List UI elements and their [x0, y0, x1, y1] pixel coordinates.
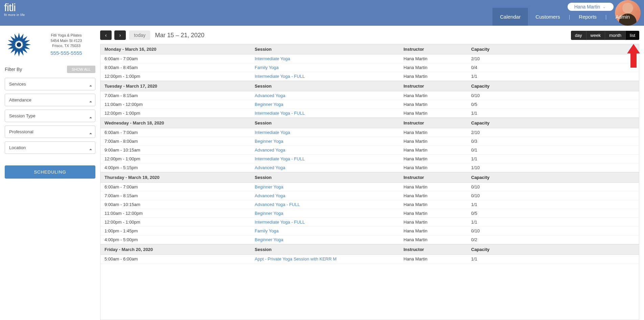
schedule-row: 11:00am - 12:00pmBeginner YogaHana Marti… [100, 209, 639, 218]
session-link[interactable]: Intermediate Yoga [255, 56, 290, 61]
view-month-button[interactable]: month [605, 31, 625, 40]
session-link[interactable]: Advanced Yoga [255, 147, 285, 153]
session-link[interactable]: Intermediate Yoga [255, 130, 290, 135]
schedule-row: 6:00am - 7:00amBeginner YogaHana Martin0… [100, 183, 639, 191]
session-link[interactable]: Family Yoga [255, 65, 279, 70]
view-week-button[interactable]: week [586, 31, 605, 40]
attendance-select[interactable]: Attendance [5, 94, 95, 106]
day-label: Wednesday - March 18, 2020 [105, 120, 255, 125]
schedule-row: 7:00am - 8:15amAdvanced YogaHana Martin0… [100, 91, 639, 100]
today-button[interactable]: today [129, 30, 150, 40]
session-link[interactable]: Beginner Yoga [255, 211, 283, 216]
header-session: Session [255, 175, 404, 180]
row-instructor: Hana Martin [404, 102, 471, 107]
row-capacity: 0/10 [471, 228, 635, 233]
header-capacity: Capacity [471, 47, 635, 52]
schedule-row: 12:00pm - 1:00pmIntermediate Yoga - FULL… [100, 218, 639, 227]
row-capacity: 0/10 [471, 193, 635, 198]
session-link[interactable]: Beginner Yoga [255, 139, 283, 144]
scheduling-button[interactable]: SCHEDULING [5, 165, 95, 179]
row-instructor: Hana Martin [404, 74, 471, 79]
row-time: 8:00am - 8:45am [105, 65, 255, 70]
row-instructor: Hana Martin [404, 139, 471, 144]
session-link[interactable]: Beginner Yoga [255, 237, 283, 242]
day-header: Monday - March 16, 2020SessionInstructor… [100, 44, 639, 54]
nav-separator: | [604, 14, 608, 20]
nav-reports[interactable]: Reports [571, 8, 604, 26]
row-capacity: 1/1 [471, 156, 635, 161]
main-content: ‹ › today Mar 15 – 21, 2020 day week mon… [100, 30, 639, 320]
day-label: Thursday - March 19, 2020 [105, 175, 255, 180]
row-instructor: Hana Martin [404, 220, 471, 225]
row-time: 12:00pm - 1:00pm [105, 74, 255, 79]
svg-point-0 [17, 42, 21, 47]
row-instructor: Hana Martin [404, 156, 471, 161]
schedule-list[interactable]: Monday - March 16, 2020SessionInstructor… [100, 44, 639, 320]
brand-logo[interactable]: fitli fit more in life [4, 3, 25, 17]
session-link[interactable]: Beginner Yoga [255, 102, 283, 107]
location-select[interactable]: Location [5, 141, 95, 154]
nav-customers[interactable]: Customers [528, 8, 568, 26]
business-phone[interactable]: 555-555-5555 [37, 49, 95, 56]
brand-tagline: fit more in life [4, 13, 25, 17]
session-link[interactable]: Intermediate Yoga - FULL [255, 156, 305, 161]
nav-calendar[interactable]: Calendar [492, 8, 528, 26]
row-time: 12:00pm - 1:00pm [105, 111, 255, 116]
row-time: 7:00am - 8:15am [105, 193, 255, 198]
session-link[interactable]: Advanced Yoga - FULL [255, 202, 300, 207]
session-link[interactable]: Advanced Yoga [255, 165, 285, 170]
filter-by-label: Filter By [5, 67, 22, 72]
row-time: 12:00pm - 1:00pm [105, 220, 255, 225]
header-capacity: Capacity [471, 120, 635, 125]
row-capacity: 0/2 [471, 237, 635, 242]
row-instructor: Hana Martin [404, 147, 471, 153]
schedule-row: 7:00am - 8:00amBeginner YogaHana Martin0… [100, 137, 639, 146]
schedule-row: 12:00pm - 1:00pmIntermediate Yoga - FULL… [100, 155, 639, 163]
schedule-row: 1:00pm - 1:45pmFamily YogaHana Martin0/1… [100, 227, 639, 235]
row-instructor: Hana Martin [404, 111, 471, 116]
business-logo[interactable] [5, 30, 33, 59]
row-capacity: 0/1 [471, 147, 635, 153]
view-day-button[interactable]: day [571, 31, 586, 40]
session-link[interactable]: Intermediate Yoga - FULL [255, 111, 305, 116]
header-session: Session [255, 247, 404, 252]
row-time: 11:00am - 12:00pm [105, 211, 255, 216]
session-link[interactable]: Family Yoga [255, 228, 279, 233]
row-capacity: 0/10 [471, 184, 635, 189]
session-link[interactable]: Advanced Yoga [255, 193, 285, 198]
header-capacity: Capacity [471, 175, 635, 180]
row-time: 9:00am - 10:15am [105, 147, 255, 153]
session-link[interactable]: Intermediate Yoga - FULL [255, 220, 305, 225]
schedule-row: 11:00am - 12:00pmBeginner YogaHana Marti… [100, 100, 639, 109]
day-label: Tuesday - March 17, 2020 [105, 84, 255, 89]
services-select[interactable]: Services [5, 78, 95, 90]
row-time: 4:00pm - 5:15pm [105, 165, 255, 170]
session-link[interactable]: Advanced Yoga [255, 93, 285, 98]
row-instructor: Hana Martin [404, 93, 471, 98]
row-capacity: 0/5 [471, 211, 635, 216]
row-capacity: 1/1 [471, 256, 635, 261]
row-instructor: Hana Martin [404, 130, 471, 135]
session-link[interactable]: Appt - Private Yoga Session with KERR M [255, 256, 337, 261]
business-address2: Frisco, TX 75033 [37, 43, 95, 48]
main-nav: Calendar Customers | Reports | Admin [492, 8, 637, 26]
professional-select[interactable]: Professional [5, 125, 95, 138]
row-time: 7:00am - 8:15am [105, 93, 255, 98]
row-capacity: 0/10 [471, 93, 635, 98]
row-instructor: Hana Martin [404, 202, 471, 207]
top-bar: fitli fit more in life Hana Martin ⌄ Cal… [0, 0, 644, 26]
session-link[interactable]: Intermediate Yoga - FULL [255, 74, 305, 79]
nav-admin[interactable]: Admin [608, 8, 637, 26]
schedule-row: 4:00pm - 5:00pmBeginner YogaHana Martin0… [100, 235, 639, 244]
show-all-button[interactable]: SHOW ALL [67, 66, 95, 73]
schedule-row: 9:00am - 10:15amAdvanced YogaHana Martin… [100, 146, 639, 155]
day-label: Friday - March 20, 2020 [105, 247, 255, 252]
session-link[interactable]: Beginner Yoga [255, 184, 283, 189]
row-instructor: Hana Martin [404, 211, 471, 216]
prev-button[interactable]: ‹ [100, 30, 112, 40]
row-instructor: Hana Martin [404, 56, 471, 61]
session-type-select[interactable]: Session Type [5, 110, 95, 122]
view-list-button[interactable]: list [625, 31, 639, 40]
header-session: Session [255, 120, 404, 125]
next-button[interactable]: › [114, 30, 126, 40]
